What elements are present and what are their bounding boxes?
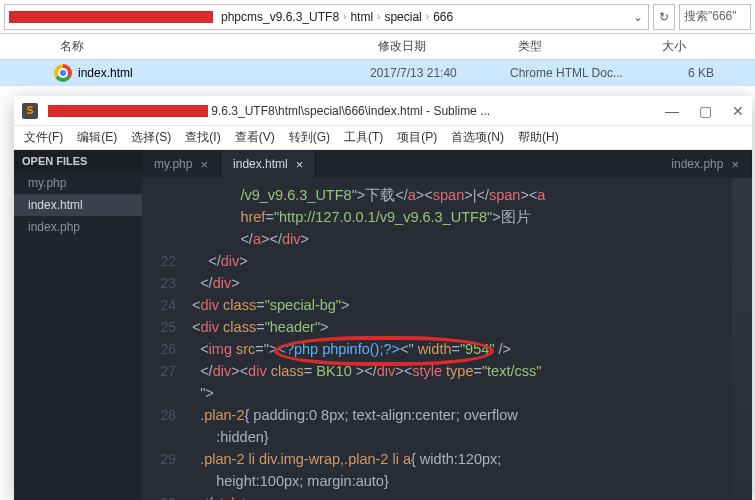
explorer-address-bar: phpcms_v9.6.3_UTF8 › html › special › 66…: [0, 0, 755, 34]
breadcrumb-item[interactable]: 666: [429, 10, 457, 24]
file-size: 6 KB: [654, 66, 714, 80]
breadcrumb-item[interactable]: special: [380, 10, 425, 24]
address-box[interactable]: phpcms_v9.6.3_UTF8 › html › special › 66…: [4, 4, 649, 30]
column-date[interactable]: 修改日期: [372, 34, 512, 59]
file-row[interactable]: index.html 2017/7/13 21:40 Chrome HTML D…: [0, 60, 755, 86]
column-type[interactable]: 类型: [512, 34, 656, 59]
redacted-segment: [9, 11, 213, 23]
file-date: 2017/7/13 21:40: [370, 66, 510, 80]
address-dropdown-icon[interactable]: ⌄: [628, 10, 648, 24]
file-name: index.html: [78, 66, 370, 80]
breadcrumb-item[interactable]: phpcms_v9.6.3_UTF8: [217, 10, 343, 24]
column-size[interactable]: 大小: [656, 34, 716, 59]
refresh-button[interactable]: ↻: [653, 4, 675, 30]
breadcrumb-item[interactable]: html: [346, 10, 377, 24]
column-name[interactable]: 名称: [54, 34, 372, 59]
explorer-columns-header: 名称 修改日期 类型 大小: [0, 34, 755, 60]
chrome-html-icon: [54, 64, 72, 82]
file-type: Chrome HTML Doc...: [510, 66, 654, 80]
explorer-search-input[interactable]: 搜索"666": [679, 4, 751, 30]
